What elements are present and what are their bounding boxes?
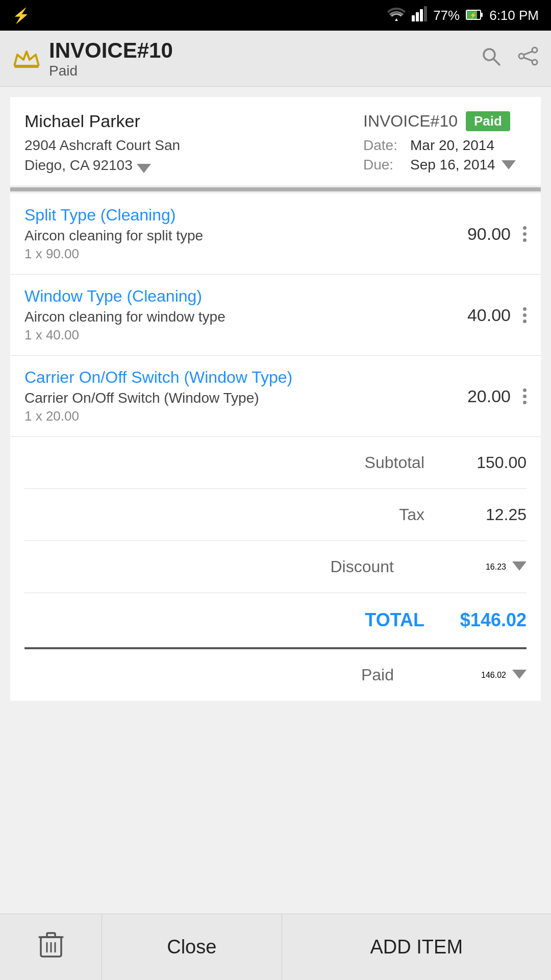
invoice-meta: INVOICE#10 Paid Date: Mar 20, 2014 Due: … — [363, 111, 527, 173]
total-value: $146.02 — [455, 609, 527, 631]
delete-button[interactable] — [0, 914, 102, 980]
add-item-label: ADD ITEM — [370, 936, 463, 958]
line-item-3-info: Carrier On/Off Switch (Window Type) Carr… — [24, 368, 449, 424]
invoice-meta-number: INVOICE#10 — [363, 112, 458, 131]
invoice-date-row: Date: Mar 20, 2014 — [363, 137, 527, 154]
svg-line-14 — [524, 52, 532, 55]
svg-line-10 — [493, 59, 499, 65]
invoice-due-row: Due: Sep 16, 2014 — [363, 157, 527, 173]
due-expand-icon[interactable] — [502, 160, 516, 169]
address-expand-icon[interactable] — [137, 164, 151, 173]
date-value: Mar 20, 2014 — [410, 137, 494, 154]
svg-point-11 — [532, 47, 537, 53]
paid-status-badge: Paid — [466, 111, 510, 131]
line-item-2-qty: 1 x 40.00 — [24, 327, 449, 343]
close-button[interactable]: Close — [102, 914, 282, 980]
line-item-2-amount: 40.00 — [449, 305, 511, 325]
header: INVOICE#10 Paid — [0, 31, 551, 87]
line-item-3-qty: 1 x 20.00 — [24, 408, 449, 424]
header-left: INVOICE#10 Paid — [12, 38, 173, 79]
line-item-3-menu[interactable] — [523, 388, 527, 404]
invoice-dates: Date: Mar 20, 2014 Due: Sep 16, 2014 — [363, 137, 527, 173]
share-icon[interactable] — [517, 46, 539, 71]
section-divider — [10, 187, 541, 191]
line-item-2-menu[interactable] — [523, 307, 527, 323]
svg-rect-0 — [412, 15, 415, 21]
line-item-1-qty: 1 x 90.00 — [24, 246, 449, 262]
paid-value: 146.02 — [481, 671, 506, 680]
invoice-card: Michael Parker 2904 Ashcraft Court San D… — [10, 97, 541, 185]
add-item-button[interactable]: ADD ITEM — [282, 914, 551, 980]
line-item-1-info: Split Type (Cleaning) Aircon cleaning fo… — [24, 206, 449, 262]
line-item-3-desc: Carrier On/Off Switch (Window Type) — [24, 390, 449, 406]
discount-expand-icon[interactable] — [512, 561, 527, 571]
line-item-1-desc: Aircon cleaning for split type — [24, 228, 449, 244]
trash-icon — [38, 931, 64, 964]
total-row-grand: TOTAL $146.02 — [24, 593, 527, 648]
paid-expand-icon[interactable] — [512, 670, 527, 679]
svg-line-15 — [524, 58, 532, 61]
client-address: 2904 Ashcraft Court San Diego, CA 92103 — [24, 135, 363, 175]
time-display: 6:10 PM — [489, 8, 539, 23]
invoice-meta-top: INVOICE#10 Paid — [363, 111, 527, 131]
due-value: Sep 16, 2014 — [410, 157, 495, 173]
client-info: Michael Parker 2904 Ashcraft Court San D… — [24, 111, 363, 175]
tax-row: Tax 12.25 — [24, 489, 527, 541]
main-content: Michael Parker 2904 Ashcraft Court San D… — [0, 87, 551, 711]
client-address-line1: 2904 Ashcraft Court San — [24, 135, 363, 155]
invoice-title: INVOICE#10 — [49, 38, 173, 63]
svg-rect-5 — [481, 13, 483, 17]
status-bar: ⚡ 77% ⚡ 6: — [0, 0, 551, 31]
subtotal-label: Subtotal — [312, 453, 424, 472]
line-item-1-menu[interactable] — [523, 226, 527, 242]
line-item-2-name: Window Type (Cleaning) — [24, 287, 449, 306]
battery-icon: ⚡ — [466, 8, 483, 23]
svg-point-13 — [519, 54, 524, 59]
line-item: Carrier On/Off Switch (Window Type) Carr… — [10, 356, 541, 437]
svg-rect-3 — [424, 6, 427, 21]
wifi-icon — [387, 6, 406, 25]
subtotal-value: 150.00 — [455, 453, 527, 472]
due-label: Due: — [363, 157, 404, 173]
line-items-container: Split Type (Cleaning) Aircon cleaning fo… — [10, 193, 541, 437]
totals-section: Subtotal 150.00 Tax 12.25 Discount 16.23… — [10, 437, 541, 701]
line-item: Split Type (Cleaning) Aircon cleaning fo… — [10, 193, 541, 275]
svg-rect-8 — [14, 65, 39, 68]
line-item-1-amount: 90.00 — [449, 224, 511, 244]
header-title-group: INVOICE#10 Paid — [49, 38, 173, 79]
paid-value-group: 146.02 — [424, 670, 527, 681]
line-item: Window Type (Cleaning) Aircon cleaning f… — [10, 275, 541, 356]
discount-row: Discount 16.23 — [24, 541, 527, 593]
line-item-2-desc: Aircon cleaning for window type — [24, 309, 449, 325]
usb-icon: ⚡ — [12, 7, 30, 24]
discount-value-group: 16.23 — [424, 561, 527, 573]
total-label: TOTAL — [312, 609, 424, 631]
subtotal-row: Subtotal 150.00 — [24, 437, 527, 489]
tax-value: 12.25 — [455, 505, 527, 524]
header-actions — [481, 46, 539, 71]
date-label: Date: — [363, 137, 404, 154]
discount-label: Discount — [282, 557, 394, 576]
line-item-3-name: Carrier On/Off Switch (Window Type) — [24, 368, 449, 387]
action-bar: Close ADD ITEM — [0, 914, 551, 980]
svg-rect-18 — [47, 933, 55, 937]
client-name: Michael Parker — [24, 111, 363, 131]
paid-row: Paid 146.02 — [24, 648, 527, 701]
paid-row-label: Paid — [282, 666, 394, 684]
tax-label: Tax — [312, 505, 424, 524]
search-icon[interactable] — [481, 46, 501, 71]
crown-icon — [12, 47, 41, 70]
line-item-1-name: Split Type (Cleaning) — [24, 206, 449, 225]
svg-text:⚡: ⚡ — [469, 11, 477, 19]
svg-rect-1 — [416, 12, 419, 21]
status-bar-right: 77% ⚡ 6:10 PM — [387, 6, 539, 25]
client-address-line2: Diego, CA 92103 — [24, 155, 363, 175]
line-item-3-amount: 20.00 — [449, 386, 511, 406]
close-label: Close — [167, 936, 216, 958]
svg-rect-2 — [420, 9, 423, 21]
battery-percent: 77% — [433, 8, 460, 23]
svg-point-12 — [532, 60, 537, 65]
signal-icon — [412, 6, 427, 25]
invoice-status: Paid — [49, 63, 173, 79]
discount-value: 16.23 — [486, 562, 506, 572]
